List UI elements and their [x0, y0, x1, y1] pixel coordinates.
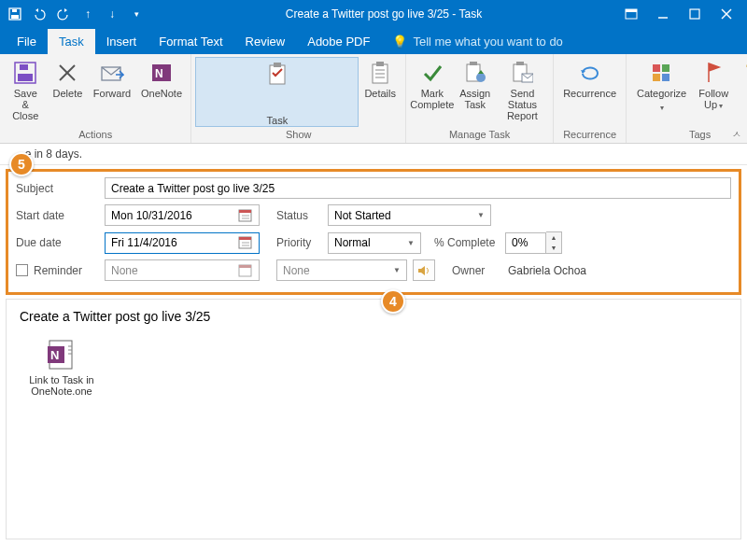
svg-rect-31 [662, 64, 669, 72]
subject-label: Subject [16, 182, 105, 195]
priority-select[interactable]: Normal▼ [328, 232, 421, 254]
maximize-icon[interactable] [687, 7, 702, 21]
delete-label: Delete [53, 88, 83, 99]
recurrence-group-label: Recurrence [563, 127, 616, 143]
info-bar: e in 8 days. [0, 144, 747, 165]
next-item-icon[interactable]: ↓ [105, 7, 120, 21]
svg-rect-1 [11, 15, 19, 19]
reminder-date-input[interactable]: None [105, 259, 260, 281]
undo-icon[interactable] [32, 7, 47, 21]
svg-rect-10 [18, 74, 33, 81]
svg-rect-44 [239, 237, 251, 240]
qat-more-icon[interactable]: ▾ [129, 7, 144, 21]
forward-label: Forward [93, 88, 131, 99]
follow-up-label: Follow Up ▾ [698, 88, 728, 112]
categorize-label: Categorize ▾ [636, 88, 687, 114]
categorize-button[interactable]: Categorize ▾ [630, 57, 693, 127]
body-title: Create a Twitter post go live 3/25 [20, 309, 727, 324]
svg-rect-2 [12, 9, 17, 12]
save-close-label: Save & Close [9, 88, 41, 121]
reminder-time-value: None [283, 264, 310, 277]
send-status-label: Send Status Report [501, 88, 543, 121]
menu-bar: File Task Insert Format Text Review Adob… [0, 28, 747, 54]
tell-me-label: Tell me what you want to do [413, 35, 562, 49]
chevron-down-icon: ▼ [393, 266, 401, 274]
svg-text:N: N [50, 348, 59, 362]
delete-button[interactable]: Delete [47, 57, 88, 127]
manage-group-label: Manage Task [449, 127, 510, 143]
due-date-input[interactable]: Fri 11/4/2016 [105, 232, 260, 254]
reminder-time-select[interactable]: None▼ [276, 259, 407, 281]
reminder-sound-button[interactable] [413, 259, 435, 281]
details-button[interactable]: Details [359, 57, 402, 127]
due-date-label: Due date [16, 236, 105, 249]
recurrence-button[interactable]: Recurrence [557, 57, 622, 127]
tab-review[interactable]: Review [234, 29, 297, 54]
svg-text:N: N [155, 67, 163, 80]
onenote-label: OneNote [141, 88, 182, 99]
task-body[interactable]: Create a Twitter post go live 3/25 N Lin… [6, 299, 741, 539]
pct-spinner[interactable]: ▲▼ [546, 231, 562, 254]
ribbon-display-icon[interactable] [624, 7, 639, 21]
status-value: Not Started [334, 209, 391, 222]
private-toggle[interactable] [734, 57, 747, 127]
tell-me-search[interactable]: 💡 Tell me what you want to do [381, 29, 573, 54]
svg-point-26 [476, 73, 486, 82]
tab-file[interactable]: File [6, 29, 48, 54]
collapse-ribbon-icon[interactable]: ㅅ [732, 128, 741, 141]
calendar-icon[interactable] [238, 235, 253, 250]
attachment-item[interactable]: N Link to Task in OneNote.one [20, 339, 104, 397]
chevron-up-icon: ▲ [546, 232, 561, 243]
start-date-label: Start date [16, 209, 105, 222]
svg-rect-18 [274, 63, 281, 67]
svg-rect-30 [653, 64, 660, 72]
reminder-checkbox-wrap: Reminder [16, 264, 105, 277]
svg-rect-25 [470, 62, 477, 65]
window-title: Create a Twitter post go live 3/25 - Tas… [144, 7, 624, 21]
pct-complete-input[interactable]: 0% [505, 232, 546, 254]
recurrence-label: Recurrence [563, 88, 616, 99]
tab-adobe-pdf[interactable]: Adobe PDF [296, 29, 381, 54]
svg-rect-11 [20, 64, 28, 70]
subject-input[interactable]: Create a Twitter post go live 3/25 [105, 177, 731, 199]
assign-task-button[interactable]: Assign Task [455, 57, 496, 127]
callout-5: 5 [9, 152, 34, 176]
status-select[interactable]: Not Started▼ [328, 204, 491, 226]
onenote-button[interactable]: NOneNote [136, 57, 188, 127]
details-label: Details [364, 88, 396, 99]
assign-task-label: Assign Task [459, 88, 490, 110]
start-date-input[interactable]: Mon 10/31/2016 [105, 204, 260, 226]
svg-rect-48 [239, 265, 251, 268]
svg-rect-40 [239, 210, 251, 213]
mark-complete-label: Mark Complete [410, 88, 454, 110]
save-icon[interactable] [7, 7, 22, 21]
task-view-button[interactable]: Task [195, 57, 359, 127]
owner-value: Gabriela Ochoa [508, 264, 586, 277]
prev-item-icon[interactable]: ↑ [80, 7, 95, 21]
follow-up-button[interactable]: Follow Up ▾ [693, 57, 734, 127]
reminder-date-value: None [111, 264, 138, 277]
calendar-icon[interactable] [238, 263, 253, 278]
reminder-label: Reminder [34, 264, 82, 277]
send-status-button[interactable]: Send Status Report [496, 57, 549, 127]
due-date-value: Fri 11/4/2016 [111, 236, 177, 249]
priority-label: Priority [276, 236, 328, 249]
svg-rect-33 [662, 74, 669, 81]
title-bar: ↑ ↓ ▾ Create a Twitter post go live 3/25… [0, 0, 747, 28]
close-icon[interactable] [719, 7, 734, 21]
tab-task[interactable]: Task [48, 29, 95, 54]
attachment-label: Link to Task in OneNote.one [20, 374, 104, 397]
svg-rect-28 [516, 62, 524, 65]
pct-complete-label: % Complete [434, 236, 505, 249]
tab-format-text[interactable]: Format Text [148, 29, 233, 54]
forward-button[interactable]: Forward [88, 57, 135, 127]
tab-insert[interactable]: Insert [95, 29, 148, 54]
save-close-button[interactable]: Save & Close [4, 57, 47, 127]
minimize-icon[interactable] [655, 7, 670, 21]
svg-rect-32 [653, 74, 660, 81]
reminder-checkbox[interactable] [16, 264, 28, 276]
calendar-icon[interactable] [238, 208, 253, 223]
mark-complete-button[interactable]: Mark Complete [410, 57, 455, 127]
info-bar-text: e in 8 days. [25, 147, 82, 161]
redo-icon[interactable] [56, 7, 71, 21]
